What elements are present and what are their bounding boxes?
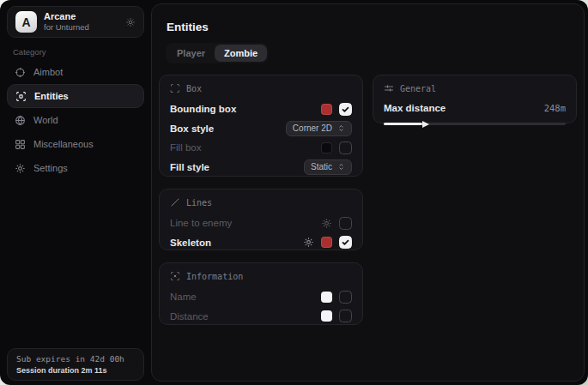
setting-row-box-style: Box style Corner 2D <box>170 119 352 139</box>
setting-row-fill-box: Fill box <box>170 138 352 158</box>
main-panel: Entities Player Zombie Box Bounding box <box>151 3 585 382</box>
setting-row-fill-style: Fill style Static <box>170 158 352 177</box>
app-window: A Arcane for Unturned Category Aimbot <box>0 0 588 385</box>
scan-box-icon <box>15 91 27 102</box>
tab-player[interactable]: Player <box>167 45 215 62</box>
color-swatch[interactable] <box>321 237 332 248</box>
scan-corners-icon <box>170 83 180 93</box>
grid-icon <box>15 139 26 150</box>
app-header-card: A Arcane for Unturned <box>7 6 144 38</box>
tab-zombie[interactable]: Zombie <box>215 45 267 62</box>
app-logo: A <box>15 11 37 33</box>
entity-tabs: Player Zombie <box>166 43 269 63</box>
session-duration: Session duration 2m 11s <box>16 366 135 375</box>
globe-icon <box>15 115 26 126</box>
setting-label: Bounding box <box>170 104 236 114</box>
section-title: General <box>400 84 436 93</box>
setting-label: Fill style <box>170 162 209 172</box>
setting-label: Box style <box>170 123 214 134</box>
sidebar-item-label: Entities <box>34 91 69 101</box>
section-title: Box <box>186 84 202 93</box>
sidebar-item-label: Aimbot <box>33 67 63 77</box>
dropdown-value: Corner 2D <box>293 123 332 133</box>
checkbox[interactable] <box>339 141 352 154</box>
box-style-dropdown[interactable]: Corner 2D <box>286 121 352 136</box>
diagonal-line-icon <box>170 197 180 208</box>
scan-x-icon <box>170 271 180 281</box>
row-settings-gear-icon[interactable] <box>303 237 314 248</box>
setting-label: Fill box <box>170 142 201 153</box>
checkbox[interactable] <box>339 236 352 249</box>
setting-row-skeleton: Skeleton <box>170 233 352 253</box>
color-swatch[interactable] <box>321 310 332 322</box>
setting-row-max-distance: Max distance 248m <box>384 99 566 117</box>
color-swatch[interactable] <box>321 292 332 303</box>
setting-row-name: Name <box>170 287 352 307</box>
page-title: Entities <box>167 21 209 33</box>
gear-icon <box>15 163 26 174</box>
setting-label: Skeleton <box>170 238 211 248</box>
sidebar-item-settings[interactable]: Settings <box>7 156 144 180</box>
slider-fill <box>384 123 422 125</box>
checkbox[interactable] <box>339 291 352 304</box>
setting-label: Name <box>170 292 197 302</box>
sidebar-item-label: Settings <box>33 163 68 173</box>
sidebar-nav: Aimbot Entities World Miscellaneous <box>7 60 144 180</box>
sliders-icon <box>384 83 394 93</box>
sidebar-item-label: World <box>33 115 58 125</box>
sidebar-item-aimbot[interactable]: Aimbot <box>7 60 144 84</box>
setting-label: Distance <box>170 311 209 322</box>
box-section: Box Bounding box Box style C <box>159 75 363 177</box>
left-column: Box Bounding box Box style C <box>159 75 363 325</box>
checkbox[interactable] <box>339 217 352 230</box>
general-section: General Max distance 248m <box>373 75 577 123</box>
setting-label: Line to enemy <box>170 218 232 228</box>
chevrons-up-down-icon <box>337 124 345 132</box>
fill-style-dropdown[interactable]: Static <box>304 159 352 175</box>
sidebar: A Arcane for Unturned Category Aimbot <box>0 0 151 385</box>
section-title: Lines <box>186 198 212 208</box>
color-swatch[interactable] <box>321 104 332 115</box>
crosshair-icon <box>15 67 26 78</box>
chevrons-up-down-icon <box>337 163 345 171</box>
checkbox[interactable] <box>339 310 352 322</box>
dropdown-value: Static <box>311 162 332 171</box>
subscription-card: Sub expires in 42d 00h Session duration … <box>7 348 144 381</box>
category-label: Category <box>13 47 46 57</box>
sidebar-item-label: Miscellaneous <box>33 139 94 149</box>
lines-section: Lines Line to enemy Skeleton <box>159 189 363 250</box>
sidebar-item-miscellaneous[interactable]: Miscellaneous <box>7 132 144 156</box>
sidebar-item-world[interactable]: World <box>7 108 144 132</box>
sidebar-item-entities[interactable]: Entities <box>7 84 144 108</box>
app-subtitle: for Unturned <box>44 23 118 32</box>
checkbox[interactable] <box>339 103 352 116</box>
information-section: Information Name Distance <box>159 262 363 325</box>
setting-row-distance: Distance <box>170 307 352 327</box>
slider-thumb-icon[interactable] <box>422 121 429 128</box>
color-swatch[interactable] <box>321 142 332 153</box>
section-title: Information <box>186 272 243 281</box>
subscription-expiry: Sub expires in 42d 00h <box>16 354 135 364</box>
setting-label: Max distance <box>384 103 446 113</box>
app-name: Arcane <box>44 11 118 21</box>
gear-icon[interactable] <box>125 17 136 27</box>
row-settings-gear-icon[interactable] <box>321 218 332 229</box>
max-distance-value: 248m <box>544 103 566 113</box>
max-distance-slider[interactable] <box>384 123 566 125</box>
setting-row-line-to-enemy: Line to enemy <box>170 214 352 233</box>
setting-row-bounding-box: Bounding box <box>170 99 352 119</box>
right-column: General Max distance 248m <box>373 75 577 123</box>
